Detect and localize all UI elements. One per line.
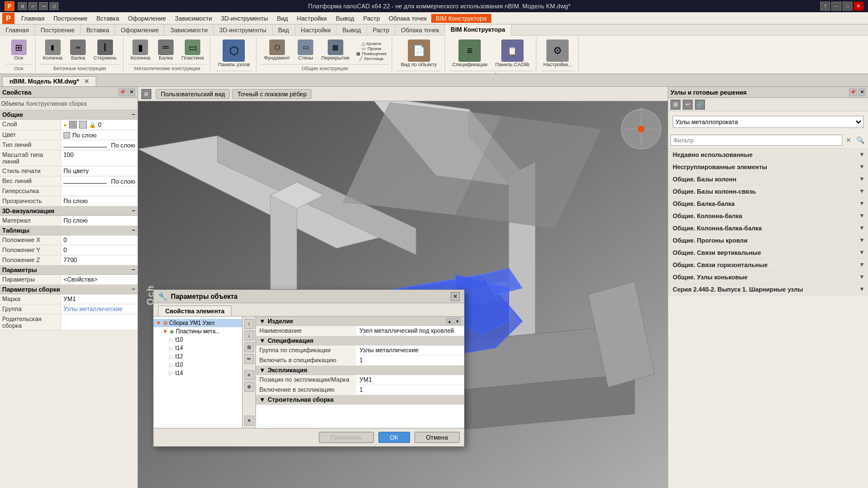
menu-vid[interactable]: Вид	[273, 14, 293, 23]
menu-glavnaya[interactable]: Главная	[17, 14, 49, 23]
menu-vstavka[interactable]: Вставка	[92, 14, 124, 23]
ribbon-btn-balka-metal[interactable]: ═ Балка	[155, 38, 176, 63]
ribbon-btn-steny[interactable]: ▭ Стены	[295, 38, 316, 63]
tree-leaf-icon: ▷	[169, 337, 174, 343]
ribbon-tab-nastroyki[interactable]: Настройки	[295, 24, 337, 35]
right-panel-close-btn[interactable]: ✕	[858, 88, 866, 96]
scroll-down-btn[interactable]: ▼	[454, 318, 461, 324]
toolbar-icon-1[interactable]: ⊞	[670, 100, 680, 110]
cat-header-progony-krovli[interactable]: Общие. Прогоны кровли ▾	[668, 234, 868, 246]
dialog-vbtn-1[interactable]: ↑	[244, 319, 254, 329]
ribbon-btn-panel-uzlov[interactable]: ⬡ Панель узлов	[215, 38, 253, 70]
menu-oblaka[interactable]: Облака точек	[384, 14, 432, 23]
ribbon-btn-sterzhen[interactable]: ┃ Стержень	[91, 38, 119, 63]
category-bazy-kolonn-svyaz: Общие. Базы колонн-связь ▾	[668, 185, 868, 198]
ribbon-btn-osi[interactable]: ⊞ Оси	[8, 38, 29, 63]
filter-search-btn[interactable]: 🔍	[855, 135, 866, 145]
panel-close-btn[interactable]: ✕	[127, 88, 135, 96]
precise-view-btn[interactable]: Точный с показом рёбер	[232, 89, 312, 99]
section-params[interactable]: Параметры −	[0, 265, 137, 275]
cat-header-nesgruppirovannye[interactable]: Несгруппированные элементы ▾	[668, 161, 868, 172]
ribbon-btn-balka-beton[interactable]: ═ Балка	[67, 38, 88, 63]
ribbon-btn-kolonna-metal[interactable]: ▮ Колонна	[128, 38, 153, 63]
cat-header-balka-balka[interactable]: Общие. Балка-балка ▾	[668, 198, 868, 209]
tab-close-btn[interactable]: ✕	[84, 78, 89, 85]
tree-node-t14-1[interactable]: ▷ t14	[154, 344, 242, 352]
section-assembly[interactable]: Параметры сборки −	[0, 285, 137, 294]
ribbon-btn-nastroyki[interactable]: ⚙ Настройки...	[541, 38, 575, 70]
dialog-close-btn[interactable]: ✕	[451, 292, 460, 301]
maximize-btn[interactable]: □	[842, 2, 852, 11]
scroll-up-btn[interactable]: ▲	[446, 318, 453, 324]
ribbon-btn-perekrytie[interactable]: ▦ Перекрытие	[318, 38, 352, 63]
ribbon-btn-kolonna-beton[interactable]: ▮ Колонна	[40, 38, 65, 63]
menu-postroenie[interactable]: Построение	[49, 14, 92, 23]
cat-header-bazy-kolonn[interactable]: Общие. Базы колонн ▾	[668, 173, 868, 185]
menu-zavisimosti[interactable]: Зависимости	[170, 14, 216, 23]
cat-header-svyazi-gorizontalnye[interactable]: Общие. Связи горизонтальные ▾	[668, 259, 868, 270]
toolbar-icon-3[interactable]: 🔗	[695, 100, 705, 110]
ribbon-btn-fundament[interactable]: ⬡ Фундамент	[261, 38, 293, 63]
ribbon-btn-spetsifikatsii[interactable]: ≡ Спецификации	[450, 38, 490, 70]
tree-node-plastiny[interactable]: ▼ ◆ Пластины мета...	[154, 327, 242, 336]
ribbon-tab-rastr[interactable]: Растр	[367, 24, 396, 35]
dialog-vbtn-close[interactable]: ✕	[244, 416, 254, 426]
ribbon-tab-postroenie[interactable]: Построение	[35, 24, 81, 35]
ok-btn[interactable]: ОК	[378, 432, 410, 443]
ribbon-tab-bim[interactable]: BIM Конструктора	[445, 24, 511, 36]
apply-btn[interactable]: Применить	[319, 432, 374, 443]
ribbon-tab-vstavka[interactable]: Вставка	[81, 24, 115, 35]
type-select[interactable]: Узлы металлопроката	[673, 116, 864, 128]
section-3d[interactable]: 3D-визуализация −	[0, 206, 137, 216]
tree-node-sborka[interactable]: ▼ ⊞ Сборка УМ1 Узел	[154, 319, 242, 327]
help-btn[interactable]: ?	[820, 2, 830, 11]
doc-tab-nbim[interactable]: nBIM. Модель KM.dwg* ✕	[2, 76, 96, 86]
dialog-vbtn-3[interactable]: ⊞	[244, 342, 254, 352]
cat-header-nedavno[interactable]: Недавно использованные ▾	[668, 149, 868, 160]
ribbon-btn-vid-po-obiektu[interactable]: 📄 Вид по объекту	[398, 38, 440, 70]
cancel-btn[interactable]: Отмена	[415, 432, 460, 443]
close-btn[interactable]: ✕	[854, 2, 864, 11]
ribbon-tab-oblaka[interactable]: Облака точек	[396, 24, 446, 35]
dialog-title-bar[interactable]: 🔧 Параметры объекта ✕	[154, 290, 464, 303]
ribbon-btn-panel-cadlib[interactable]: 📋 Панель CADlib	[492, 38, 532, 70]
tree-node-t14-2[interactable]: ▷ t14	[154, 369, 242, 377]
ribbon-btn-plastina[interactable]: ▭ Пластина	[179, 38, 206, 63]
dialog-vbtn-4[interactable]: ✏	[244, 354, 254, 364]
cat-header-svyazi-vertikalnye[interactable]: Общие. Связи вертикальные ▾	[668, 247, 868, 258]
panel-pin-btn[interactable]: 📌	[119, 88, 126, 96]
cat-header-kolonna-balka-balka[interactable]: Общие. Колонна-балка-балка ▾	[668, 222, 868, 234]
menu-bim[interactable]: BIM Конструктора	[431, 14, 491, 23]
ribbon-tab-vid[interactable]: Вид	[273, 24, 295, 35]
menu-vyvod[interactable]: Вывод	[331, 14, 358, 23]
tree-node-t10-2[interactable]: ▷ t10	[154, 361, 242, 369]
dialog-tab-svoystva[interactable]: Свойства элемента	[158, 305, 231, 316]
section-tables[interactable]: Таблицы −	[0, 226, 137, 235]
dialog-vbtn-5[interactable]: ≡	[244, 370, 254, 380]
ribbon-tab-3d[interactable]: 3D-инструменты	[214, 24, 273, 35]
menu-nastroyki[interactable]: Настройки	[293, 14, 332, 23]
section-general[interactable]: Общие −	[0, 110, 137, 120]
ribbon-tab-glavnaya[interactable]: Главная	[0, 24, 35, 35]
user-view-btn[interactable]: Пользовательский вид	[156, 89, 230, 99]
menu-oformlenie[interactable]: Оформление	[124, 14, 170, 23]
filter-input[interactable]	[670, 135, 842, 146]
menu-3d[interactable]: 3D-инструменты	[216, 14, 273, 23]
minimize-btn[interactable]: ─	[831, 2, 841, 11]
cat-header-kolonna-balka[interactable]: Общие. Колонна-балка ▾	[668, 210, 868, 221]
dropdown-krovlya[interactable]: △ Кровля ▭ Проем ▦ Помещение ╱ Лестница	[354, 38, 388, 63]
cat-header-uzly-konkovye[interactable]: Общие. Узлы коньковые ▾	[668, 271, 868, 283]
filter-clear-btn[interactable]: ✕	[844, 135, 854, 145]
dialog-vbtn-2[interactable]: ↓	[244, 331, 254, 341]
ribbon-tab-oformlenie[interactable]: Оформление	[115, 24, 165, 35]
ribbon-tab-vyvod[interactable]: Вывод	[337, 24, 367, 35]
tree-node-t10-1[interactable]: ▷ t10	[154, 336, 242, 344]
tree-node-t12[interactable]: ▷ t12	[154, 352, 242, 361]
cat-header-seriya[interactable]: Серия 2.440-2. Выпуск 1. Шарнирные узлы …	[668, 283, 868, 295]
ribbon-tab-zavisimosti[interactable]: Зависимости	[165, 24, 214, 35]
menu-rastr[interactable]: Растр	[359, 14, 384, 23]
right-panel-pin-btn[interactable]: 📌	[849, 88, 857, 96]
cat-header-bazy-kolonn-svyaz[interactable]: Общие. Базы колонн-связь ▾	[668, 185, 868, 197]
dialog-vbtn-6[interactable]: ⊕	[244, 382, 254, 392]
toolbar-icon-2[interactable]: ↩	[683, 100, 693, 110]
